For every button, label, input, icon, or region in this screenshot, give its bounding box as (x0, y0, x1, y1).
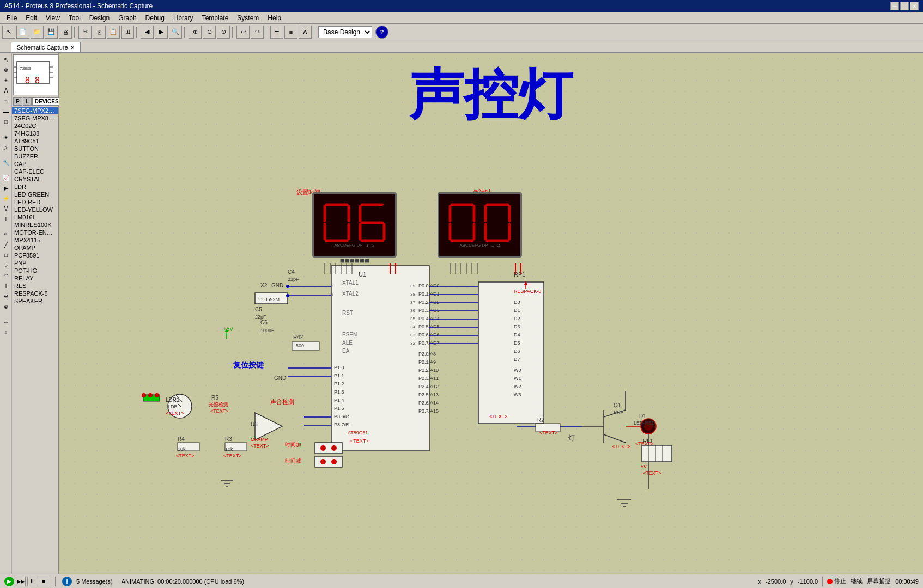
port-tool[interactable]: ▷ (1, 142, 11, 152)
component-tool[interactable]: ⊕ (1, 65, 11, 75)
comp-speaker[interactable]: SPEAKER (12, 297, 58, 305)
wire-label-tool[interactable]: A (1, 85, 11, 95)
cur-probe[interactable]: I (1, 214, 11, 224)
graph-tool[interactable]: 📈 (1, 173, 11, 182)
comp-74hc138[interactable]: 74HC138 (12, 130, 58, 137)
menu-edit[interactable]: Edit (21, 13, 41, 23)
comp-7seg-mpx8[interactable]: 7SEG-MPX8-CC (12, 114, 58, 122)
stop-button[interactable]: ■ (39, 577, 48, 586)
comp-button[interactable]: BUTTON (12, 145, 58, 152)
stop-control[interactable]: 停止 (827, 577, 846, 585)
draw-tool[interactable]: ✏ (1, 229, 11, 239)
bus-btn[interactable]: ≡ (284, 26, 297, 39)
menu-graph[interactable]: Graph (114, 13, 141, 23)
subcircuit-tool[interactable]: □ (1, 117, 11, 126)
fwd-btn[interactable]: ▶ (155, 26, 168, 39)
comp-pnp[interactable]: PNP (12, 259, 58, 267)
paste-btn[interactable]: 📋 (107, 26, 120, 39)
mirror-y-tool[interactable]: ↕ (1, 327, 11, 337)
menu-system[interactable]: System (233, 13, 263, 23)
instrument-tool[interactable]: 🔧 (1, 157, 11, 167)
design-select[interactable]: Base Design (318, 26, 372, 38)
menu-file[interactable]: File (2, 13, 21, 23)
comp-at89c51[interactable]: AT89C51 (12, 137, 58, 145)
copy-btn[interactable]: ⎘ (93, 26, 106, 39)
label-btn[interactable]: A (299, 26, 312, 39)
comp-lm016l[interactable]: LM016L (12, 213, 58, 221)
comp-mpx4115[interactable]: MPX4115 (12, 236, 58, 244)
minimize-button[interactable]: ─ (890, 2, 899, 10)
box-tool[interactable]: □ (1, 250, 11, 260)
arc-tool[interactable]: ◠ (1, 271, 11, 280)
tape-tool[interactable]: ▶ (1, 183, 11, 193)
menu-debug[interactable]: Debug (141, 13, 169, 23)
symbol-tool[interactable]: ※ (1, 291, 11, 301)
print-btn[interactable]: 🖨 (59, 26, 72, 39)
comp-pot-hg[interactable]: POT-HG (12, 267, 58, 274)
back-btn[interactable]: ◀ (141, 26, 154, 39)
comp-respack-8[interactable]: RESPACK-8 (12, 290, 58, 297)
circle-tool[interactable]: ○ (1, 260, 11, 270)
help-btn[interactable]: ? (375, 26, 388, 39)
comp-led-green[interactable]: LED-GREEN (12, 191, 58, 198)
play-button[interactable]: ▶ (4, 577, 14, 586)
maximize-button[interactable]: □ (900, 2, 909, 10)
comp-relay[interactable]: RELAY (12, 274, 58, 282)
pointer-tool[interactable]: ↖ (1, 54, 11, 64)
comp-ldr[interactable]: LDR (12, 183, 58, 191)
save-btn[interactable]: 💾 (45, 26, 58, 39)
redo-btn[interactable]: ↪ (251, 26, 264, 39)
l-tab[interactable]: L (23, 97, 32, 106)
step-button[interactable]: ▶▶ (16, 577, 26, 586)
schematic-canvas[interactable]: 声控灯 设置时间 倒计时 (59, 53, 923, 574)
origin-tool[interactable]: ⊗ (1, 302, 11, 311)
open-btn[interactable]: 📁 (31, 26, 44, 39)
comp-cap[interactable]: CAP (12, 160, 58, 168)
find-btn[interactable]: 🔍 (169, 26, 182, 39)
pause-button[interactable]: ⏸ (27, 577, 37, 586)
continue-btn[interactable]: 继续 (851, 577, 863, 585)
comp-buzzer[interactable]: BUZZER (12, 152, 58, 160)
comp-crystal[interactable]: CRYSTAL (12, 175, 58, 183)
junction-tool[interactable]: + (1, 75, 11, 85)
zoom-out[interactable]: ⊖ (203, 26, 216, 39)
volt-probe[interactable]: V (1, 204, 11, 213)
menu-template[interactable]: Template (198, 13, 233, 23)
text-tool[interactable]: T (1, 281, 11, 291)
menu-design[interactable]: Design (85, 13, 114, 23)
comp-motor-enc[interactable]: MOTOR-ENCODER (12, 229, 58, 236)
schematic-tab[interactable]: Schematic Capture ✕ (11, 42, 81, 52)
comp-cap-elec[interactable]: CAP-ELEC (12, 168, 58, 175)
menu-tool[interactable]: Tool (64, 13, 85, 23)
comp-led-yellow[interactable]: LED-YELLOW (12, 206, 58, 213)
select-tool[interactable]: ↖ (2, 26, 15, 39)
mirror-x-tool[interactable]: ↔ (1, 317, 11, 327)
stop-btn-label[interactable]: 停止 (834, 577, 846, 585)
comp-led-red[interactable]: LED-RED (12, 198, 58, 206)
new-btn[interactable]: 📄 (16, 26, 29, 39)
text-script-tool[interactable]: ≡ (1, 96, 11, 106)
undo-btn[interactable]: ↩ (236, 26, 250, 39)
menu-library[interactable]: Library (169, 13, 198, 23)
comp-minres[interactable]: MINRES100K (12, 221, 58, 229)
block-btn[interactable]: ⊞ (121, 26, 134, 39)
comp-res[interactable]: RES (12, 282, 58, 290)
menu-view[interactable]: View (41, 13, 64, 23)
line-tool[interactable]: ╱ (1, 240, 11, 249)
wire-btn[interactable]: ⊢ (270, 26, 283, 39)
window-controls[interactable]: ─ □ ✕ (890, 2, 919, 10)
close-button[interactable]: ✕ (910, 2, 919, 10)
zoom-fit[interactable]: ⊙ (217, 26, 230, 39)
p-tab[interactable]: P (13, 97, 22, 106)
comp-7seg-mpx2[interactable]: 7SEG-MPX2-CC (12, 107, 58, 114)
cut-btn[interactable]: ✂ (78, 26, 92, 39)
menu-help[interactable]: Help (263, 13, 286, 23)
comp-opamp[interactable]: OPAMP (12, 244, 58, 252)
zoom-in[interactable]: ⊕ (189, 26, 202, 39)
bus-tool[interactable]: ▬ (1, 106, 11, 116)
gen-tool[interactable]: ⚡ (1, 193, 11, 203)
capture-btn[interactable]: 屏幕捕捉 (867, 577, 891, 585)
comp-pcf8591[interactable]: PCF8591 (12, 252, 58, 259)
terminal-tool[interactable]: ◈ (1, 132, 11, 142)
tab-close-icon[interactable]: ✕ (70, 45, 75, 51)
